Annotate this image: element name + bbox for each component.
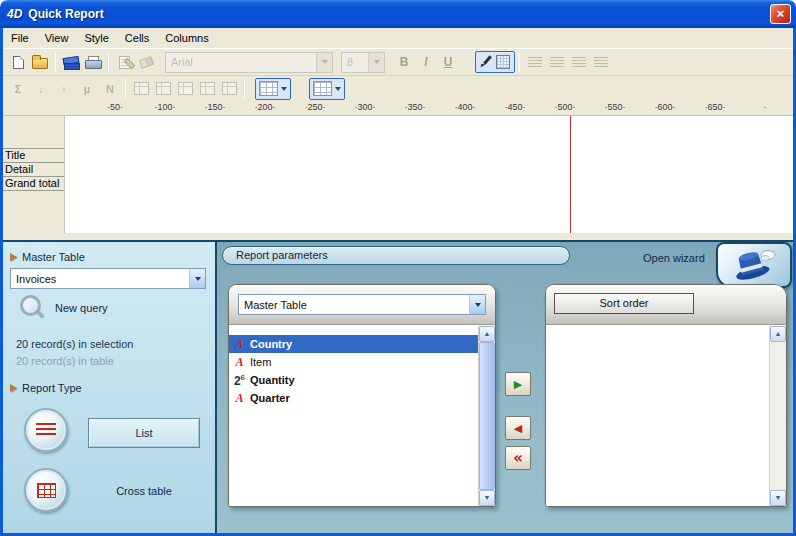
field-row[interactable]: A Country	[229, 335, 478, 353]
statistic-button[interactable]: µ	[76, 78, 98, 100]
align-right-button[interactable]	[568, 51, 590, 73]
open-wizard-label[interactable]: Open wizard	[643, 252, 705, 264]
master-table-value: Invoices	[11, 273, 189, 285]
border-column-button[interactable]	[130, 78, 152, 100]
field-row[interactable]: 26 Quantity	[229, 371, 478, 389]
statistic-button[interactable]: N	[99, 78, 121, 100]
font-select-value: Arial	[166, 56, 316, 68]
column-guide-line[interactable]	[570, 116, 571, 233]
chevron-down-icon[interactable]	[368, 53, 384, 72]
row-label[interactable]: Detail	[3, 163, 64, 177]
menu-item[interactable]: View	[37, 29, 77, 47]
ruler-tick: ·50·	[90, 102, 140, 112]
column-display-toggle[interactable]	[309, 78, 345, 100]
underline-button[interactable]: U	[437, 51, 459, 73]
quick-report-window: 4D Quick Report × FileViewStyleCellsColu…	[0, 0, 796, 536]
remove-field-button[interactable]: ◀	[505, 416, 531, 440]
books-button[interactable]	[60, 51, 82, 73]
toolbar-cells: Σ↓↑µN	[3, 75, 793, 101]
window-border-left	[0, 22, 3, 536]
cross-table-label[interactable]: Cross table	[88, 485, 200, 497]
scroll-down-icon[interactable]: ▼	[770, 490, 786, 506]
list-report-icon	[36, 423, 56, 437]
align-left-button[interactable]	[524, 51, 546, 73]
scrollbar-thumb[interactable]	[479, 342, 495, 490]
title-bar[interactable]: 4D Quick Report ×	[0, 0, 796, 28]
chevron-down-icon[interactable]	[469, 295, 485, 314]
edit-page-button[interactable]	[113, 51, 135, 73]
new-document-button[interactable]	[7, 51, 29, 73]
sort-list-body[interactable]: ▲ ▼	[546, 326, 786, 506]
new-query-button[interactable]: New query	[19, 294, 108, 321]
page-break-icon	[222, 82, 237, 95]
fields-table-select[interactable]: Master Table	[238, 294, 486, 315]
row-label[interactable]: Title	[3, 149, 64, 163]
align-left-icon	[528, 57, 542, 68]
report-design-canvas[interactable]: TitleDetailGrand total	[3, 116, 793, 233]
align-justify-icon	[594, 57, 608, 68]
row-display-toggle[interactable]	[255, 78, 291, 100]
pen-pattern-button[interactable]	[475, 51, 515, 73]
fields-list-body: A Country A Item 26 Quantity A Quarter	[229, 326, 495, 506]
row-label[interactable]: Grand total	[3, 177, 64, 191]
font-size-value: 8	[342, 56, 368, 68]
cross-table-button[interactable]	[24, 468, 68, 512]
statistic-button[interactable]: ↓	[30, 78, 52, 100]
toolbar-standard: Arial 8 B I U	[3, 48, 793, 75]
scroll-down-icon[interactable]: ▼	[479, 490, 495, 506]
italic-button[interactable]: I	[415, 51, 437, 73]
statistic-button[interactable]: Σ	[7, 78, 29, 100]
list-report-button[interactable]	[24, 408, 68, 452]
ruler-tick: ·600·	[640, 102, 690, 112]
canvas-footer-strip	[3, 233, 793, 240]
ruler-ticks: ·50··100··150··200··250··300··350··400··…	[65, 102, 790, 112]
report-type-label-row: Report Type	[10, 382, 82, 394]
statistic-button[interactable]: ↑	[53, 78, 75, 100]
report-type-label: Report Type	[22, 382, 82, 394]
ruler[interactable]: ·50··100··150··200··250··300··350··400··…	[3, 101, 793, 116]
border-grid-button[interactable]	[174, 78, 196, 100]
align-justify-button[interactable]	[590, 51, 612, 73]
align-center-button[interactable]	[546, 51, 568, 73]
menu-item[interactable]: Columns	[157, 29, 216, 47]
scroll-up-icon[interactable]: ▲	[479, 326, 495, 342]
ruler-tick: ·500·	[540, 102, 590, 112]
add-field-button[interactable]: ▶	[505, 372, 531, 396]
field-row[interactable]: A Quarter	[229, 389, 478, 407]
eraser-icon	[138, 56, 153, 69]
chevron-down-icon[interactable]	[316, 53, 332, 72]
menu-item[interactable]: Style	[76, 29, 116, 47]
ruler-tick: ·100·	[140, 102, 190, 112]
align-center-icon	[550, 57, 564, 68]
open-wizard-button[interactable]	[716, 242, 792, 288]
close-button[interactable]: ×	[770, 4, 791, 24]
toolbar-separator	[519, 53, 520, 72]
ruler-tick: ·450·	[490, 102, 540, 112]
scroll-up-icon[interactable]: ▲	[770, 326, 786, 342]
print-button[interactable]	[82, 51, 104, 73]
bold-button[interactable]: B	[393, 51, 415, 73]
font-select[interactable]: Arial	[165, 52, 333, 73]
sidebar-divider	[215, 242, 217, 533]
pen-icon	[480, 55, 493, 69]
remove-all-fields-button[interactable]: «	[505, 446, 531, 470]
row-labels-column: TitleDetailGrand total	[3, 116, 65, 233]
chevron-down-icon[interactable]	[189, 269, 205, 288]
open-button[interactable]	[29, 51, 51, 73]
repeat-values-button[interactable]	[196, 78, 218, 100]
menu-item[interactable]: File	[3, 29, 37, 47]
page-break-button[interactable]	[218, 78, 240, 100]
fields-scrollbar[interactable]: ▲ ▼	[478, 326, 495, 506]
font-size-select[interactable]: 8	[341, 52, 385, 73]
arrow-bullet-icon	[10, 253, 17, 261]
ruler-tick: ·	[740, 102, 790, 112]
menu-bar: FileViewStyleCellsColumns	[3, 28, 793, 48]
sort-scrollbar[interactable]: ▲ ▼	[769, 326, 786, 506]
border-row-button[interactable]	[152, 78, 174, 100]
field-row[interactable]: A Item	[229, 353, 478, 371]
list-type-box[interactable]: List	[88, 418, 200, 448]
eraser-button[interactable]	[135, 51, 157, 73]
cell-border-icon	[178, 82, 193, 95]
menu-item[interactable]: Cells	[117, 29, 157, 47]
master-table-select[interactable]: Invoices	[10, 268, 206, 289]
